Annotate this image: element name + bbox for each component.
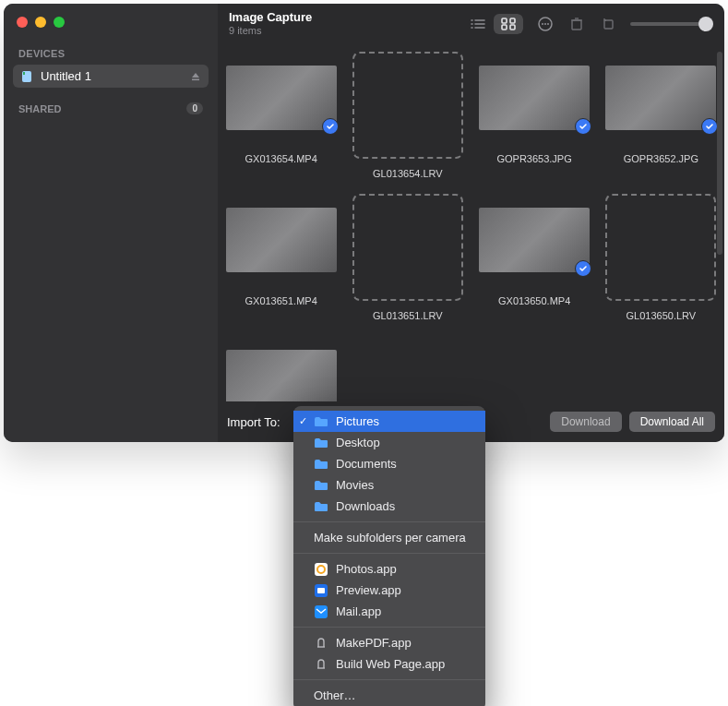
menu-item-label: Mail.app xyxy=(336,604,381,618)
grid-item[interactable]: GL013650.LRV xyxy=(605,194,717,321)
media-thumbnail[interactable] xyxy=(479,194,590,286)
automator-icon xyxy=(314,637,328,650)
filename-label: GOPR3652.JPG xyxy=(624,153,698,164)
media-thumbnail[interactable] xyxy=(605,52,716,144)
sidebar-section-shared[interactable]: SHARED 0 xyxy=(13,93,209,114)
placeholder-thumbnail[interactable] xyxy=(352,52,463,159)
thumbnail-size-slider[interactable] xyxy=(630,22,713,26)
media-thumbnail[interactable] xyxy=(226,194,337,286)
menu-item[interactable]: Photos.app xyxy=(293,558,485,580)
sidebar: DEVICES Untitled 1 SHARED 0 xyxy=(4,4,218,442)
svg-rect-9 xyxy=(502,18,507,23)
grid-item[interactable] xyxy=(225,336,337,401)
app-mail-icon xyxy=(314,605,328,618)
grid-icon xyxy=(501,18,516,30)
eject-icon[interactable] xyxy=(190,71,201,82)
import-to-label: Import To: xyxy=(227,415,280,429)
thumbnail-image xyxy=(605,66,716,130)
toolbar: Image Capture 9 items xyxy=(218,4,724,44)
svg-rect-1 xyxy=(23,72,25,75)
menu-item-label: Preview.app xyxy=(336,583,401,597)
sidebar-section-devices: DEVICES xyxy=(13,42,209,65)
download-all-button[interactable]: Download All xyxy=(629,412,715,432)
filename-label: GL013651.LRV xyxy=(373,310,443,321)
svg-rect-17 xyxy=(572,20,581,30)
folder-icon xyxy=(314,415,328,428)
delete-button[interactable] xyxy=(567,15,586,33)
imported-badge-icon xyxy=(575,118,591,135)
menu-separator xyxy=(293,521,485,522)
menu-item-label: Other… xyxy=(314,688,356,702)
window-controls xyxy=(13,13,209,42)
menu-item[interactable]: Movies xyxy=(293,474,485,496)
menu-separator xyxy=(293,627,485,628)
thumbnail-grid: GX013654.MP4GL013654.LRVGOPR3653.JPGGOPR… xyxy=(225,52,717,401)
menu-item-label: Documents xyxy=(336,457,397,471)
menu-item[interactable]: Desktop xyxy=(293,432,485,453)
folder-icon xyxy=(314,500,328,513)
folder-icon xyxy=(314,458,328,471)
grid-view-button[interactable] xyxy=(494,14,523,34)
imported-badge-icon xyxy=(701,118,718,135)
zoom-window-button[interactable] xyxy=(54,17,65,28)
grid-scroll-area[interactable]: GX013654.MP4GL013654.LRVGOPR3653.JPGGOPR… xyxy=(218,44,724,401)
menu-item-label: Make subfolders per camera xyxy=(314,531,466,544)
menu-item[interactable]: Downloads xyxy=(293,496,485,517)
grid-item[interactable]: GOPR3653.JPG xyxy=(479,52,591,179)
scrollbar[interactable] xyxy=(717,52,722,255)
svg-rect-12 xyxy=(510,25,515,30)
media-thumbnail[interactable] xyxy=(226,52,337,144)
grid-item[interactable]: GX013654.MP4 xyxy=(225,52,337,179)
menu-item[interactable]: Mail.app xyxy=(293,601,485,622)
rotate-button[interactable] xyxy=(599,15,617,33)
menu-item-label: Pictures xyxy=(336,414,379,428)
download-button[interactable]: Download xyxy=(550,412,621,432)
menu-item[interactable]: Make subfolders per camera xyxy=(293,527,485,548)
menu-item[interactable]: Other… xyxy=(293,685,485,706)
media-thumbnail[interactable] xyxy=(479,52,590,144)
menu-item-label: Desktop xyxy=(336,436,380,449)
close-window-button[interactable] xyxy=(17,17,28,28)
item-count: 9 items xyxy=(229,25,312,37)
title-block: Image Capture 9 items xyxy=(229,11,312,37)
menu-item[interactable]: Documents xyxy=(293,453,485,474)
grid-item[interactable]: GX013650.MP4 xyxy=(479,194,591,321)
svg-rect-20 xyxy=(604,20,613,29)
shared-label: SHARED xyxy=(18,103,61,114)
menu-separator xyxy=(293,679,485,680)
import-to-menu[interactable]: ✓PicturesDesktopDocumentsMoviesDownloads… xyxy=(293,406,485,706)
filename-label: GX013651.MP4 xyxy=(245,295,316,306)
list-view-button[interactable] xyxy=(462,14,494,34)
svg-point-15 xyxy=(544,23,546,25)
menu-item-label: MakePDF.app xyxy=(336,636,412,650)
filename-label: GL013654.LRV xyxy=(373,168,443,179)
folder-icon xyxy=(314,479,328,492)
sidebar-device-item[interactable]: Untitled 1 xyxy=(13,65,209,88)
minimize-window-button[interactable] xyxy=(35,17,46,28)
filename-label: GL013650.LRV xyxy=(627,310,697,321)
menu-item[interactable]: ✓Pictures xyxy=(293,411,485,432)
media-thumbnail[interactable] xyxy=(226,336,337,401)
menu-item-label: Photos.app xyxy=(336,562,397,576)
filename-label: GOPR3653.JPG xyxy=(496,153,571,164)
menu-item-label: Downloads xyxy=(336,499,395,513)
page-title: Image Capture xyxy=(229,11,312,25)
slider-knob[interactable] xyxy=(698,17,713,31)
more-actions-button[interactable] xyxy=(536,15,555,33)
menu-item[interactable]: MakePDF.app xyxy=(293,632,485,653)
grid-item[interactable]: GL013654.LRV xyxy=(352,52,463,179)
grid-item[interactable]: GOPR3652.JPG xyxy=(605,52,717,179)
menu-item-label: Movies xyxy=(336,478,374,492)
svg-rect-2 xyxy=(192,78,199,80)
menu-item[interactable]: Build Web Page.app xyxy=(293,653,485,675)
grid-item[interactable]: GX013651.MP4 xyxy=(225,194,337,321)
menu-item[interactable]: Preview.app xyxy=(293,580,485,601)
placeholder-thumbnail[interactable] xyxy=(605,194,716,301)
thumbnail-image xyxy=(479,66,590,130)
automator-icon xyxy=(314,658,328,671)
grid-item[interactable]: GL013651.LRV xyxy=(352,194,463,321)
list-icon xyxy=(470,18,486,30)
placeholder-thumbnail[interactable] xyxy=(352,194,463,301)
filename-label: GX013654.MP4 xyxy=(245,153,316,164)
imported-badge-icon xyxy=(322,118,339,135)
